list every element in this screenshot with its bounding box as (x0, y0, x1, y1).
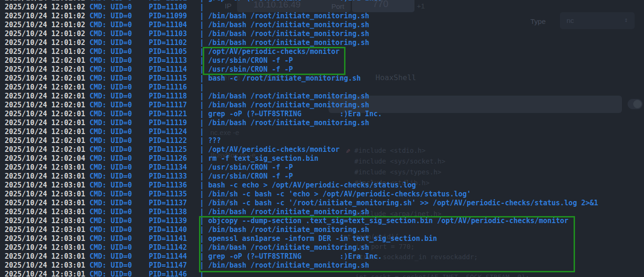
log-row: 2025/10/24 12:02:01 CMD: UID=0 PID=11113… (5, 56, 293, 65)
log-row: 2025/10/24 12:01:02 CMD: UID=0 PID=11102… (5, 38, 369, 47)
log-row: 2025/10/24 12:03:01 CMD: UID=0 PID=11144… (5, 252, 382, 261)
log-timestamp: 2025/10/24 12:02:01 (5, 136, 90, 145)
log-row: 2025/10/24 12:03:01 CMD: UID=0 PID=11138… (5, 208, 369, 217)
log-entry: CMD: UID=0 PID=11103 | /bin/bash /root/i… (90, 30, 369, 38)
log-row: 2025/10/24 12:02:01 CMD: UID=0 PID=11125… (5, 145, 339, 154)
log-row: 2025/10/24 12:03:01 CMD: UID=0 PID=11134… (5, 163, 293, 172)
log-timestamp: 2025/10/24 12:03:01 (5, 234, 90, 243)
log-row: 2025/10/24 12:02:01 CMD: UID=0 PID=11114… (5, 65, 293, 74)
log-timestamp: 2025/10/24 12:03:01 (5, 252, 90, 261)
log-row: 2025/10/24 12:03:01 CMD: UID=0 PID=11136… (5, 181, 416, 190)
log-entry: CMD: UID=0 PID=11133 | /usr/sbin/CRON -f… (90, 172, 293, 180)
log-timestamp: 2025/10/24 12:03:01 (5, 225, 90, 234)
log-row: 2025/10/24 12:03:01 CMD: UID=0 PID=11135… (5, 190, 471, 199)
log-timestamp: 2025/10/24 12:01:02 (5, 38, 90, 47)
log-entry: CMD: UID=0 PID=11134 | /usr/sbin/CRON -f… (90, 163, 293, 172)
log-entry: CMD: UID=0 PID=11114 | /usr/sbin/CRON -f… (90, 65, 293, 74)
log-timestamp: 2025/10/24 12:02:01 (5, 145, 90, 154)
log-row: 2025/10/24 12:02:01 CMD: UID=0 PID=11115… (5, 74, 361, 83)
log-timestamp: 2025/10/24 12:01:02 (5, 3, 90, 11)
log-entry: CMD: UID=0 PID=11118 | /bin/bash /root/i… (90, 92, 369, 100)
log-timestamp: 2025/10/24 12:02:01 (5, 56, 90, 65)
log-timestamp: 2025/10/24 12:01:02 (5, 12, 90, 20)
log-entry: CMD: UID=0 PID=11142 | /bin/bash /root/i… (90, 243, 369, 252)
log-row: 2025/10/24 12:01:02 CMD: UID=0 PID=11103… (5, 30, 369, 38)
log-timestamp: 2025/10/24 12:01:02 (5, 0, 90, 2)
log-timestamp: 2025/10/24 12:02:01 (5, 119, 90, 127)
log-timestamp: 2025/10/24 12:02:01 (5, 101, 90, 109)
log-timestamp: 2025/10/24 12:03:01 (5, 172, 90, 180)
log-row: 2025/10/24 12:03:01 CMD: UID=0 PID=11142… (5, 243, 369, 252)
log-timestamp: 2025/10/24 12:03:01 (5, 208, 90, 216)
log-entry: CMD: UID=0 PID=11115 | bash -c /root/ini… (90, 74, 361, 82)
log-row: 2025/10/24 12:03:01 CMD: UID=0 PID=11147… (5, 261, 369, 270)
log-row: 2025/10/24 12:03:01 CMD: UID=0 PID=11141… (5, 234, 437, 243)
log-timestamp: 2025/10/24 12:02:01 (5, 74, 90, 82)
log-row: 2025/10/24 12:02:01 CMD: UID=0 PID=11117… (5, 101, 369, 110)
log-entry: CMD: UID=0 PID=11135 | /bin/sh -c bash -… (90, 190, 471, 198)
log-timestamp: 2025/10/24 12:03:01 (5, 261, 90, 270)
log-entry: CMD: UID=0 PID=11102 | /bin/bash /root/i… (90, 38, 369, 47)
log-entry: CMD: UID=0 PID=11119 | /bin/bash /root/i… (90, 119, 369, 127)
log-timestamp: 2025/10/24 12:02:01 (5, 83, 90, 91)
log-entry: CMD: UID=0 PID=11125 | /opt/AV/periodic-… (90, 145, 340, 154)
log-entry: CMD: UID=0 PID=11116 | (90, 83, 204, 91)
log-row: 2025/10/24 12:02:01 CMD: UID=0 PID=11122… (5, 136, 221, 145)
log-entry: CMD: UID=0 PID=11100 | (90, 3, 204, 11)
log-entry: CMD: UID=0 PID=11104 | /bin/bash /root/i… (90, 21, 369, 29)
log-row: 2025/10/24 12:03:01 CMD: UID=0 PID=11140… (5, 225, 369, 234)
log-timestamp: 2025/10/24 12:02:01 (5, 110, 90, 118)
log-entry: CMD: UID=0 PID=11141 | openssl asn1parse… (90, 234, 437, 243)
log-timestamp: 2025/10/24 12:01:02 (5, 47, 90, 56)
log-timestamp: 2025/10/24 12:01:02 (5, 30, 90, 38)
log-timestamp: 2025/10/24 12:02:01 (5, 92, 90, 100)
log-row: 2025/10/24 12:02:01 CMD: UID=0 PID=11124… (5, 127, 204, 136)
log-entry: CMD: UID=0 PID=11136 | bash -c echo > /o… (90, 181, 416, 189)
log-timestamp: 2025/10/24 12:03:01 (5, 199, 90, 207)
log-entry: CMD: UID=0 PID=11146 | (90, 270, 204, 277)
log-row: 2025/10/24 12:01:02 CMD: UID=0 PID=11099… (5, 12, 369, 21)
log-entry: CMD: UID=0 PID=11144 | grep -oP (?⇐UTF8S… (90, 252, 382, 261)
log-timestamp: 2025/10/24 12:03:01 (5, 243, 90, 252)
log-row: 2025/10/24 12:03:01 CMD: UID=0 PID=11139… (5, 217, 568, 225)
log-entry: CMD: UID=0 PID=11105 | /opt/AV/periodic-… (90, 47, 340, 56)
log-timestamp: 2025/10/24 12:02:01 (5, 127, 90, 136)
log-row: 2025/10/24 12:02:01 CMD: UID=0 PID=11121… (5, 110, 382, 119)
log-row: 2025/10/24 12:01:02 CMD: UID=0 PID=11100… (5, 3, 204, 12)
log-row: 2025/10/24 12:03:01 CMD: UID=0 PID=11146… (5, 270, 204, 277)
log-entry: CMD: UID=0 PID=11138 | /bin/bash /root/i… (90, 208, 369, 216)
log-row: 2025/10/24 12:01:02 CMD: UID=0 PID=11105… (5, 47, 339, 56)
log-entry: CMD: UID=0 PID=11099 | /bin/bash /root/i… (90, 12, 369, 20)
log-entry: CMD: UID=0 PID=11139 | objcopy --dump-se… (90, 217, 568, 225)
log-entry: CMD: UID=0 PID=11101 | grep -oP (?⇐UTF8S… (90, 0, 382, 2)
log-entry: CMD: UID=0 PID=11147 | /bin/bash /root/i… (90, 261, 369, 270)
log-entry: CMD: UID=0 PID=11140 | /bin/bash /root/i… (90, 225, 369, 234)
log-timestamp: 2025/10/24 12:03:01 (5, 190, 90, 198)
log-entry: CMD: UID=0 PID=11126 | rm -f text_sig_se… (90, 154, 319, 163)
log-entry: CMD: UID=0 PID=11117 | /bin/bash /root/i… (90, 101, 369, 109)
log-timestamp: 2025/10/24 12:02:01 (5, 65, 90, 74)
log-row: 2025/10/24 12:01:02 CMD: UID=0 PID=11104… (5, 21, 369, 30)
log-row: 2025/10/24 12:03:01 CMD: UID=0 PID=11133… (5, 172, 293, 181)
log-entry: CMD: UID=0 PID=11137 | /bin/sh -c bash -… (90, 199, 598, 207)
pspy-log: 2025/10/24 12:01:02 CMD: UID=0 PID=11101… (0, 0, 644, 277)
log-timestamp: 2025/10/24 12:03:01 (5, 181, 90, 189)
log-timestamp: 2025/10/24 12:03:01 (5, 163, 90, 172)
log-row: 2025/10/24 12:02:01 CMD: UID=0 PID=11119… (5, 119, 369, 127)
log-entry: CMD: UID=0 PID=11121 | grep -oP (?⇐UTF8S… (90, 110, 382, 118)
log-entry: CMD: UID=0 PID=11122 | ??? (90, 136, 221, 145)
log-timestamp: 2025/10/24 12:01:02 (5, 21, 90, 29)
log-timestamp: 2025/10/24 12:03:01 (5, 217, 90, 225)
log-entry: CMD: UID=0 PID=11113 | /usr/sbin/CRON -f… (90, 56, 293, 65)
log-row: 2025/10/24 12:02:01 CMD: UID=0 PID=11118… (5, 92, 369, 101)
process-monitor-screen: IP 10.10.16.49 Port 770 +1 Type nc ↕ Rev… (0, 0, 644, 277)
log-row: 2025/10/24 12:03:01 CMD: UID=0 PID=11137… (5, 199, 598, 208)
log-row: 2025/10/24 12:02:04 CMD: UID=0 PID=11126… (5, 154, 318, 163)
log-timestamp: 2025/10/24 12:02:04 (5, 154, 90, 163)
log-row: 2025/10/24 12:02:01 CMD: UID=0 PID=11116… (5, 83, 204, 92)
log-entry: CMD: UID=0 PID=11124 | (90, 127, 204, 136)
log-timestamp: 2025/10/24 12:03:01 (5, 270, 90, 277)
